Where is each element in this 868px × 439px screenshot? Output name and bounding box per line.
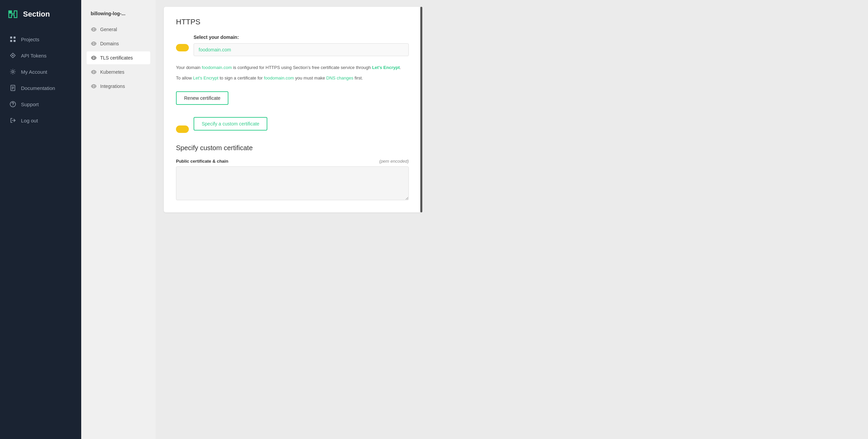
content-area: billowing-log-... General <box>81 0 868 439</box>
section-logo-icon <box>7 8 19 20</box>
svg-rect-4 <box>14 40 16 42</box>
sub-nav-general[interactable]: General <box>87 23 150 36</box>
desc2-lets-encrypt-link[interactable]: Let's Encrypt <box>193 75 219 80</box>
desc1-lets-encrypt-link[interactable]: Let's Encrypt <box>372 65 400 70</box>
desc2-dns-link[interactable]: DNS changes <box>326 75 353 80</box>
grid-icon <box>9 36 16 43</box>
sub-nav-kubernetes[interactable]: Kubernetes <box>87 66 150 78</box>
diamond-icon <box>9 52 16 59</box>
sidebar: Section Projects API Tokens <box>0 0 81 439</box>
svg-point-6 <box>12 71 14 73</box>
main-nav: Projects API Tokens My Account <box>0 28 81 131</box>
kubernetes-icon <box>91 69 97 75</box>
sub-nav-general-label: General <box>100 27 117 32</box>
custom-cert-title: Specify custom certificate <box>176 144 409 152</box>
https-title: HTTPS <box>176 18 409 26</box>
custom-cert-row: Specify a custom certificate <box>176 117 409 141</box>
sub-nav-tls-label: TLS certificates <box>100 55 133 61</box>
https-card: HTTPS Select your domain: Your domain fo… <box>164 7 421 212</box>
logo-text: Section <box>23 10 50 19</box>
svg-rect-2 <box>14 37 16 39</box>
sidebar-item-api-tokens[interactable]: API Tokens <box>3 48 79 63</box>
svg-point-5 <box>12 55 14 56</box>
sidebar-item-support[interactable]: Support <box>3 97 79 112</box>
integrations-icon <box>91 83 97 89</box>
domain-field-area: Select your domain: <box>194 34 409 61</box>
desc2-a: To allow <box>176 75 193 80</box>
general-icon <box>91 26 97 32</box>
highlight-dot-custom-cert <box>176 125 189 133</box>
sidebar-item-my-account-label: My Account <box>21 69 47 75</box>
renew-certificate-button[interactable]: Renew certificate <box>176 91 228 105</box>
sub-nav-domains[interactable]: Domains <box>87 37 150 50</box>
select-domain-row: Select your domain: <box>176 34 409 61</box>
desc1-c: . <box>400 65 401 70</box>
sub-nav-domains-label: Domains <box>100 41 119 46</box>
logout-icon <box>9 117 16 124</box>
desc2-d: first. <box>353 75 363 80</box>
tls-icon <box>91 55 97 61</box>
public-cert-hint: (pem encoded) <box>379 159 409 164</box>
sub-nav-tls-certificates[interactable]: TLS certificates <box>87 51 150 64</box>
sub-nav-integrations[interactable]: Integrations <box>87 80 150 93</box>
sidebar-item-my-account[interactable]: My Account <box>3 64 79 79</box>
desc2-c: you must make <box>294 75 326 80</box>
select-domain-label: Select your domain: <box>194 34 409 40</box>
sidebar-item-logout[interactable]: Log out <box>3 113 79 128</box>
sidebar-item-support-label: Support <box>21 101 39 107</box>
doc-icon <box>9 85 16 91</box>
domain-input[interactable] <box>194 43 409 56</box>
public-cert-label: Public certificate & chain <box>176 159 228 164</box>
page-content: HTTPS Select your domain: Your domain fo… <box>156 0 868 439</box>
sub-nav-integrations-label: Integrations <box>100 84 125 89</box>
sidebar-item-projects[interactable]: Projects <box>3 32 79 47</box>
domains-icon <box>91 41 97 47</box>
cert-field-header: Public certificate & chain (pem encoded) <box>176 159 409 164</box>
sub-sidebar: billowing-log-... General <box>81 0 156 439</box>
sub-sidebar-title: billowing-log-... <box>87 8 150 19</box>
desc2-domain-link[interactable]: foodomain.com <box>264 75 294 80</box>
svg-rect-3 <box>10 40 12 42</box>
main-area: billowing-log-... General <box>81 0 868 439</box>
svg-point-12 <box>13 105 13 106</box>
public-cert-textarea[interactable] <box>176 166 409 200</box>
specify-custom-certificate-button[interactable]: Specify a custom certificate <box>194 117 267 131</box>
svg-rect-1 <box>10 37 12 39</box>
sub-nav-kubernetes-label: Kubernetes <box>100 69 125 75</box>
logo-area: Section <box>0 0 81 28</box>
desc2-b: to sign a certificate for <box>218 75 264 80</box>
sidebar-item-api-tokens-label: API Tokens <box>21 53 47 59</box>
renew-cert-row: Renew certificate <box>176 85 409 112</box>
gear-icon <box>9 68 16 75</box>
description-2: To allow Let's Encrypt to sign a certifi… <box>176 75 409 82</box>
desc1-domain-link[interactable]: foodomain.com <box>202 65 232 70</box>
sidebar-item-projects-label: Projects <box>21 37 39 42</box>
desc1-b: is configured for HTTPS using Section's … <box>232 65 372 70</box>
desc1-a: Your domain <box>176 65 202 70</box>
sidebar-item-documentation-label: Documentation <box>21 85 55 91</box>
question-icon <box>9 101 16 108</box>
description-1: Your domain foodomain.com is configured … <box>176 64 409 71</box>
highlight-dot-select-domain <box>176 44 189 51</box>
sidebar-item-documentation[interactable]: Documentation <box>3 80 79 95</box>
sidebar-item-logout-label: Log out <box>21 118 38 123</box>
